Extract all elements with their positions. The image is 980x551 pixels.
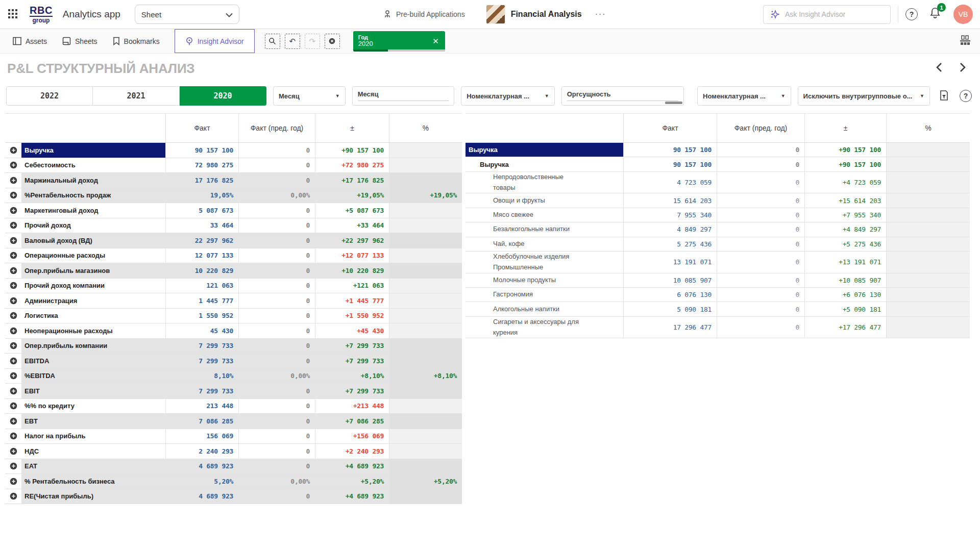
help-icon[interactable]: ? bbox=[905, 8, 918, 20]
row-label[interactable]: %Рентабельность продаж bbox=[21, 188, 165, 203]
row-label[interactable]: Выручка bbox=[465, 157, 623, 171]
expand-button[interactable] bbox=[5, 474, 21, 489]
row-label[interactable]: %% по кредиту bbox=[21, 399, 165, 414]
column-header[interactable]: % bbox=[887, 114, 970, 142]
row-label[interactable]: НДС bbox=[21, 444, 165, 459]
row-label[interactable]: Выручка bbox=[21, 143, 165, 158]
notifications-button[interactable]: 1 bbox=[929, 7, 941, 22]
row-label[interactable]: Прочий доход компании bbox=[21, 279, 165, 293]
column-header[interactable]: ± bbox=[315, 114, 389, 142]
row-label[interactable]: Операционные расходы bbox=[21, 248, 165, 263]
tab-assets[interactable]: Assets bbox=[5, 29, 55, 53]
more-options-icon[interactable]: ··· bbox=[595, 10, 606, 19]
row-label[interactable]: EBT bbox=[21, 414, 165, 429]
year-button-2020[interactable]: 2020 bbox=[180, 86, 266, 106]
row-label[interactable]: Непродовольственные товары bbox=[465, 172, 623, 193]
exclude-intragroup-dropdown[interactable]: Исключить внутригрупповые о... ▼ bbox=[798, 86, 930, 106]
month-dropdown[interactable]: Месяц ▼ bbox=[273, 86, 346, 106]
tab-bookmarks[interactable]: Bookmarks bbox=[105, 29, 167, 53]
column-header[interactable]: ± bbox=[805, 114, 887, 142]
expand-button[interactable] bbox=[5, 173, 21, 188]
user-avatar[interactable]: VB bbox=[953, 5, 973, 24]
row-label[interactable]: Безалкогольные напитки bbox=[465, 222, 623, 236]
prebuild-applications-link[interactable]: Pre-build Applications bbox=[383, 10, 465, 19]
row-label[interactable]: Сигареты и аксессуары для курения bbox=[465, 317, 623, 338]
expand-button[interactable] bbox=[5, 444, 21, 459]
expand-button[interactable] bbox=[5, 248, 21, 263]
app-grid-menu-icon[interactable] bbox=[8, 9, 18, 19]
column-header[interactable]: Факт bbox=[166, 114, 239, 142]
nomenclature-dropdown-2[interactable]: Номенклатурная ... ▼ bbox=[697, 86, 791, 106]
selections-search-button[interactable] bbox=[265, 34, 280, 49]
expand-button[interactable] bbox=[5, 233, 21, 248]
row-label[interactable]: EBITDA bbox=[21, 354, 165, 368]
column-header[interactable]: Факт (пред. год) bbox=[239, 114, 315, 142]
listbox-scrollbar[interactable] bbox=[665, 102, 682, 104]
sheet-help-button[interactable]: ? bbox=[958, 86, 974, 106]
expand-button[interactable] bbox=[5, 323, 21, 338]
sheet-grid-icon[interactable] bbox=[960, 35, 971, 47]
row-label[interactable]: %EBITDA bbox=[21, 369, 165, 384]
row-label[interactable]: Опер.прибыль магазинов bbox=[21, 263, 165, 278]
expand-button[interactable] bbox=[5, 489, 21, 504]
expand-button[interactable] bbox=[5, 339, 21, 354]
next-sheet-button[interactable] bbox=[959, 62, 967, 75]
row-label[interactable]: Маржинальный доход bbox=[21, 173, 165, 188]
expand-button[interactable] bbox=[5, 263, 21, 278]
current-app-name[interactable]: Financial Analysis bbox=[511, 10, 582, 19]
month-listbox[interactable]: Месяц bbox=[352, 86, 455, 106]
row-label[interactable]: Молочные продукты bbox=[465, 273, 623, 287]
sheet-selector-dropdown[interactable]: Sheet bbox=[135, 5, 239, 24]
expand-button[interactable] bbox=[5, 459, 21, 474]
expand-button[interactable] bbox=[5, 429, 21, 444]
column-header[interactable]: Факт bbox=[624, 114, 717, 142]
header-label-cell[interactable] bbox=[465, 114, 624, 142]
year-button-2022[interactable]: 2022 bbox=[6, 86, 93, 106]
expand-button[interactable] bbox=[5, 203, 21, 218]
row-label[interactable]: Неоперационные расходы bbox=[21, 323, 165, 338]
row-label[interactable]: % Рентабельность бизнеса bbox=[21, 474, 165, 489]
expand-button[interactable] bbox=[5, 399, 21, 414]
row-label[interactable]: Себестоимость bbox=[21, 158, 165, 173]
row-label[interactable]: RE(Чистая прибыль) bbox=[21, 489, 165, 504]
row-label[interactable]: Хлебобулочные изделия Промышленные bbox=[465, 252, 623, 273]
expand-button[interactable] bbox=[5, 218, 21, 233]
selection-chip-year[interactable]: Год 2020 ✕ bbox=[353, 31, 445, 52]
expand-button[interactable] bbox=[5, 369, 21, 384]
ask-insight-advisor-input[interactable]: Ask Insight Advisor bbox=[763, 5, 891, 24]
expand-button[interactable] bbox=[5, 293, 21, 308]
prev-sheet-button[interactable] bbox=[935, 62, 943, 75]
expand-button[interactable] bbox=[5, 143, 21, 158]
row-label[interactable]: Овощи и фрукты bbox=[465, 193, 623, 207]
undo-selection-button[interactable]: ↶ bbox=[285, 34, 300, 49]
column-header[interactable]: Факт (пред. год) bbox=[717, 114, 805, 142]
header-label-cell[interactable] bbox=[5, 114, 166, 142]
column-header[interactable]: % bbox=[389, 114, 462, 142]
row-label[interactable]: Алкогольные напитки bbox=[465, 302, 623, 316]
expand-button[interactable] bbox=[5, 354, 21, 368]
expand-button[interactable] bbox=[5, 158, 21, 173]
expand-button[interactable] bbox=[5, 414, 21, 429]
row-label[interactable]: Чай, кофе bbox=[465, 237, 623, 251]
row-label[interactable]: Маркетинговый доход bbox=[21, 203, 165, 218]
expand-button[interactable] bbox=[5, 279, 21, 293]
row-label[interactable]: Администрация bbox=[21, 293, 165, 308]
row-label[interactable]: Валовый доход (ВД) bbox=[21, 233, 165, 248]
year-button-2021[interactable]: 2021 bbox=[93, 86, 180, 106]
row-label[interactable]: Гастрономия bbox=[465, 288, 623, 302]
row-label[interactable]: Прочий доход bbox=[21, 218, 165, 233]
app-thumbnail[interactable] bbox=[486, 5, 505, 23]
row-label[interactable]: EAT bbox=[21, 459, 165, 474]
nomenclature-dropdown[interactable]: Номенклатурная ... ▼ bbox=[461, 86, 554, 106]
redo-selection-button[interactable]: ↷ bbox=[305, 34, 320, 49]
org-entity-listbox[interactable]: Оргсущность bbox=[561, 86, 684, 106]
row-label[interactable]: Налог на прибыль bbox=[21, 429, 165, 444]
tab-insight-advisor[interactable]: Insight Advisor bbox=[175, 29, 255, 53]
expand-button[interactable] bbox=[5, 309, 21, 323]
filter-pane-button[interactable] bbox=[937, 86, 951, 106]
clear-selections-button[interactable] bbox=[325, 34, 340, 49]
expand-button[interactable] bbox=[5, 384, 21, 398]
row-label[interactable]: Выручка bbox=[465, 143, 623, 157]
expand-button[interactable] bbox=[5, 188, 21, 203]
row-label[interactable]: Мясо свежее bbox=[465, 208, 623, 222]
